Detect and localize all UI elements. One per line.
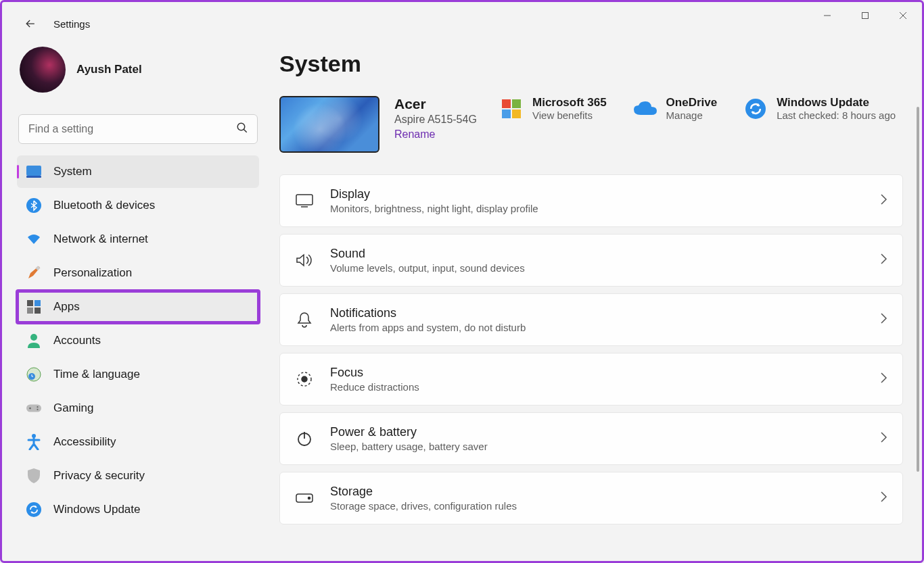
sidebar-item-label: Personalization: [53, 266, 132, 280]
svg-rect-7: [26, 176, 41, 178]
setting-storage[interactable]: Storage Storage space, drives, configura…: [279, 472, 903, 524]
chevron-right-icon: [879, 431, 887, 446]
sync-icon: [26, 502, 41, 517]
sidebar-item-network[interactable]: Network & internet: [17, 223, 259, 255]
setting-sound[interactable]: Sound Volume levels, output, input, soun…: [279, 234, 903, 287]
card-title: OneDrive: [666, 96, 718, 109]
search-icon: [236, 122, 248, 137]
setting-sub: Sleep, battery usage, battery saver: [330, 441, 863, 452]
setting-sub: Storage space, drives, configuration rul…: [330, 500, 863, 512]
minimize-button[interactable]: [808, 2, 846, 29]
sidebar-item-gaming[interactable]: Gaming: [17, 392, 259, 424]
setting-sub: Reduce distractions: [330, 381, 863, 393]
svg-point-20: [29, 408, 31, 410]
sidebar-item-label: Gaming: [53, 401, 94, 415]
setting-sub: Volume levels, output, input, sound devi…: [330, 262, 863, 274]
sidebar-item-label: Windows Update: [53, 503, 141, 516]
scrollbar[interactable]: [915, 107, 921, 560]
device-name: Acer: [394, 96, 482, 112]
setting-title: Power & battery: [330, 425, 863, 439]
window-controls: [808, 2, 922, 29]
svg-rect-13: [34, 308, 41, 314]
cloud-icon: [634, 97, 657, 120]
avatar: [20, 47, 66, 93]
rename-link[interactable]: Rename: [394, 128, 482, 141]
sidebar-item-label: Network & internet: [53, 232, 148, 246]
setting-title: Notifications: [330, 306, 863, 320]
svg-point-4: [237, 123, 245, 130]
main-content: System Acer Aspire A515-54G Rename Micro…: [267, 40, 922, 561]
setting-sub: Alerts from apps and system, do not dist…: [330, 322, 863, 333]
device-summary: Acer Aspire A515-54G Rename Microsoft 36…: [279, 96, 903, 153]
setting-notifications[interactable]: Notifications Alerts from apps and syste…: [279, 293, 903, 346]
header: Settings: [2, 2, 922, 40]
device-model: Aspire A515-54G: [394, 114, 482, 126]
setting-title: Storage: [330, 485, 863, 499]
microsoft365-card[interactable]: Microsoft 365 View benefits: [500, 96, 607, 121]
display-icon: [295, 191, 314, 210]
setting-title: Sound: [330, 247, 863, 261]
wifi-icon: [26, 232, 41, 247]
sidebar: Ayush Patel System Bluetooth & devices: [2, 40, 267, 561]
apps-icon: [26, 299, 41, 314]
setting-title: Focus: [330, 366, 863, 380]
card-sub: Last checked: 8 hours ago: [777, 109, 896, 121]
card-sub: View benefits: [532, 109, 607, 121]
setting-sub: Monitors, brightness, night light, displ…: [330, 203, 863, 214]
svg-point-29: [302, 376, 307, 382]
sidebar-item-personalization[interactable]: Personalization: [17, 257, 259, 289]
sidebar-item-apps[interactable]: Apps: [17, 291, 259, 323]
chevron-right-icon: [879, 253, 887, 268]
sidebar-item-accounts[interactable]: Accounts: [17, 324, 259, 357]
sidebar-item-time[interactable]: Time & language: [17, 358, 259, 391]
microsoft-icon: [500, 97, 523, 120]
back-button[interactable]: [21, 14, 40, 33]
svg-point-33: [308, 497, 310, 499]
chevron-right-icon: [879, 193, 887, 208]
bluetooth-icon: [26, 198, 41, 213]
nav: System Bluetooth & devices Network & int…: [17, 155, 259, 527]
svg-point-21: [37, 406, 38, 408]
sidebar-item-system[interactable]: System: [17, 155, 259, 188]
device-thumbnail[interactable]: [279, 96, 379, 153]
maximize-button[interactable]: [846, 2, 884, 29]
onedrive-card[interactable]: OneDrive Manage: [634, 96, 718, 121]
sidebar-item-windows-update[interactable]: Windows Update: [17, 493, 259, 526]
setting-power[interactable]: Power & battery Sleep, battery usage, ba…: [279, 412, 903, 465]
profile-name: Ayush Patel: [76, 63, 142, 76]
svg-rect-12: [27, 308, 33, 314]
power-icon: [295, 429, 314, 448]
svg-rect-26: [296, 195, 313, 205]
sidebar-item-label: Apps: [53, 300, 80, 314]
svg-rect-6: [26, 166, 41, 176]
card-sub: Manage: [666, 109, 718, 121]
svg-point-25: [745, 99, 766, 119]
sync-icon: [744, 97, 767, 120]
search-input[interactable]: [18, 114, 258, 144]
setting-focus[interactable]: Focus Reduce distractions: [279, 353, 903, 406]
sidebar-item-label: Time & language: [53, 368, 140, 381]
sidebar-item-accessibility[interactable]: Accessibility: [17, 426, 259, 458]
bell-icon: [295, 310, 314, 329]
sidebar-item-privacy[interactable]: Privacy & security: [17, 460, 259, 492]
sidebar-item-bluetooth[interactable]: Bluetooth & devices: [17, 189, 259, 222]
sound-icon: [295, 251, 314, 270]
windows-update-card[interactable]: Windows Update Last checked: 8 hours ago: [744, 96, 896, 121]
svg-rect-19: [26, 405, 41, 412]
device-info: Acer Aspire A515-54G Rename: [394, 96, 482, 141]
chevron-right-icon: [879, 491, 887, 506]
info-cards: Microsoft 365 View benefits OneDrive Man…: [500, 96, 896, 121]
paintbrush-icon: [26, 266, 41, 280]
sidebar-item-label: Accessibility: [53, 435, 116, 449]
svg-rect-11: [34, 300, 41, 306]
scrollbar-thumb[interactable]: [917, 107, 919, 472]
profile[interactable]: Ayush Patel: [17, 44, 259, 106]
chevron-right-icon: [879, 312, 887, 327]
setting-display[interactable]: Display Monitors, brightness, night ligh…: [279, 174, 903, 227]
svg-point-22: [37, 409, 38, 410]
gamepad-icon: [26, 401, 41, 416]
svg-line-5: [244, 129, 247, 132]
search-box: [18, 114, 258, 144]
card-title: Microsoft 365: [532, 96, 607, 109]
close-button[interactable]: [884, 2, 922, 29]
